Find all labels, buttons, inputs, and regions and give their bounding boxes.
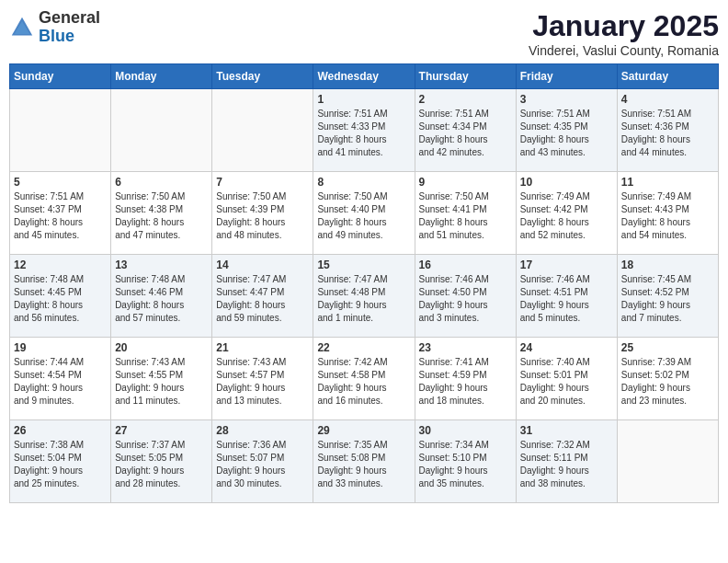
day-number: 16	[419, 259, 512, 271]
day-number: 12	[14, 259, 107, 271]
day-number: 2	[419, 93, 512, 106]
day-number: 7	[216, 176, 309, 189]
day-info: Sunrise: 7:37 AM Sunset: 5:05 PM Dayligh…	[115, 439, 208, 490]
calendar-week-row: 19Sunrise: 7:44 AM Sunset: 4:54 PM Dayli…	[10, 338, 719, 420]
day-number: 14	[216, 259, 309, 271]
day-number: 29	[317, 424, 410, 437]
calendar-week-row: 1Sunrise: 7:51 AM Sunset: 4:33 PM Daylig…	[10, 89, 719, 172]
logo-blue: Blue	[39, 27, 74, 45]
calendar-day-cell: 31Sunrise: 7:32 AM Sunset: 5:11 PM Dayli…	[516, 420, 617, 503]
day-info: Sunrise: 7:41 AM Sunset: 4:59 PM Dayligh…	[419, 356, 512, 408]
day-number: 30	[419, 424, 512, 437]
calendar-day-cell: 16Sunrise: 7:46 AM Sunset: 4:50 PM Dayli…	[415, 255, 516, 338]
day-number: 31	[520, 424, 613, 437]
day-number: 27	[115, 424, 208, 437]
logo-icon	[9, 15, 35, 40]
weekday-header-cell: Monday	[111, 64, 212, 89]
calendar-week-row: 26Sunrise: 7:38 AM Sunset: 5:04 PM Dayli…	[10, 420, 719, 503]
day-info: Sunrise: 7:46 AM Sunset: 4:51 PM Dayligh…	[520, 273, 613, 325]
day-number: 23	[419, 341, 512, 354]
calendar-day-cell: 29Sunrise: 7:35 AM Sunset: 5:08 PM Dayli…	[313, 420, 415, 503]
calendar-day-cell: 26Sunrise: 7:38 AM Sunset: 5:04 PM Dayli…	[10, 420, 111, 503]
day-number: 10	[520, 176, 613, 189]
day-number: 21	[216, 341, 309, 354]
weekday-header-cell: Sunday	[10, 64, 111, 89]
day-info: Sunrise: 7:51 AM Sunset: 4:34 PM Dayligh…	[419, 108, 512, 159]
day-number: 17	[520, 259, 613, 271]
calendar-day-cell: 6Sunrise: 7:50 AM Sunset: 4:38 PM Daylig…	[111, 172, 212, 255]
day-info: Sunrise: 7:47 AM Sunset: 4:48 PM Dayligh…	[317, 273, 410, 325]
calendar-day-cell: 22Sunrise: 7:42 AM Sunset: 4:58 PM Dayli…	[313, 338, 415, 420]
logo-general: General	[39, 8, 100, 27]
month-title: January 2025	[529, 9, 719, 43]
weekday-header-cell: Tuesday	[212, 64, 313, 89]
calendar-day-cell: 14Sunrise: 7:47 AM Sunset: 4:47 PM Dayli…	[212, 255, 313, 338]
logo-text: General Blue	[39, 9, 100, 46]
day-info: Sunrise: 7:50 AM Sunset: 4:39 PM Dayligh…	[216, 190, 309, 242]
calendar-day-cell: 17Sunrise: 7:46 AM Sunset: 4:51 PM Dayli…	[516, 255, 617, 338]
day-number: 8	[317, 176, 410, 189]
day-number: 19	[14, 341, 107, 354]
calendar-day-cell: 30Sunrise: 7:34 AM Sunset: 5:10 PM Dayli…	[415, 420, 516, 503]
calendar-week-row: 5Sunrise: 7:51 AM Sunset: 4:37 PM Daylig…	[10, 172, 719, 255]
day-info: Sunrise: 7:44 AM Sunset: 4:54 PM Dayligh…	[14, 356, 107, 408]
day-info: Sunrise: 7:50 AM Sunset: 4:40 PM Dayligh…	[317, 190, 410, 242]
day-number: 22	[317, 341, 410, 354]
day-info: Sunrise: 7:50 AM Sunset: 4:41 PM Dayligh…	[419, 190, 512, 242]
day-number: 20	[115, 341, 208, 354]
calendar-day-cell: 27Sunrise: 7:37 AM Sunset: 5:05 PM Dayli…	[111, 420, 212, 503]
day-info: Sunrise: 7:51 AM Sunset: 4:33 PM Dayligh…	[317, 108, 410, 159]
weekday-header-cell: Thursday	[415, 64, 516, 89]
day-number: 25	[621, 341, 714, 354]
calendar-day-cell	[111, 89, 212, 172]
calendar-day-cell: 19Sunrise: 7:44 AM Sunset: 4:54 PM Dayli…	[10, 338, 111, 420]
day-info: Sunrise: 7:32 AM Sunset: 5:11 PM Dayligh…	[520, 439, 613, 490]
day-info: Sunrise: 7:49 AM Sunset: 4:42 PM Dayligh…	[520, 190, 613, 242]
day-info: Sunrise: 7:51 AM Sunset: 4:37 PM Dayligh…	[14, 190, 107, 242]
day-number: 5	[14, 176, 107, 189]
weekday-header-row: SundayMondayTuesdayWednesdayThursdayFrid…	[10, 64, 719, 89]
calendar-day-cell: 11Sunrise: 7:49 AM Sunset: 4:43 PM Dayli…	[617, 172, 718, 255]
calendar-day-cell	[617, 420, 718, 503]
calendar-day-cell: 18Sunrise: 7:45 AM Sunset: 4:52 PM Dayli…	[617, 255, 718, 338]
logo: General Blue	[9, 9, 100, 46]
weekday-header-cell: Wednesday	[313, 64, 415, 89]
weekday-header-cell: Friday	[516, 64, 617, 89]
day-number: 11	[621, 176, 714, 189]
day-info: Sunrise: 7:51 AM Sunset: 4:36 PM Dayligh…	[621, 108, 714, 159]
day-info: Sunrise: 7:34 AM Sunset: 5:10 PM Dayligh…	[419, 439, 512, 490]
day-number: 28	[216, 424, 309, 437]
day-info: Sunrise: 7:39 AM Sunset: 5:02 PM Dayligh…	[621, 356, 714, 408]
weekday-header-cell: Saturday	[617, 64, 718, 89]
day-info: Sunrise: 7:48 AM Sunset: 4:45 PM Dayligh…	[14, 273, 107, 325]
day-info: Sunrise: 7:49 AM Sunset: 4:43 PM Dayligh…	[621, 190, 714, 242]
day-info: Sunrise: 7:50 AM Sunset: 4:38 PM Dayligh…	[115, 190, 208, 242]
day-info: Sunrise: 7:42 AM Sunset: 4:58 PM Dayligh…	[317, 356, 410, 408]
day-number: 3	[520, 93, 613, 106]
calendar-body: 1Sunrise: 7:51 AM Sunset: 4:33 PM Daylig…	[10, 89, 719, 503]
day-number: 15	[317, 259, 410, 271]
day-info: Sunrise: 7:51 AM Sunset: 4:35 PM Dayligh…	[520, 108, 613, 159]
day-info: Sunrise: 7:48 AM Sunset: 4:46 PM Dayligh…	[115, 273, 208, 325]
calendar-day-cell: 3Sunrise: 7:51 AM Sunset: 4:35 PM Daylig…	[516, 89, 617, 172]
calendar-day-cell: 15Sunrise: 7:47 AM Sunset: 4:48 PM Dayli…	[313, 255, 415, 338]
calendar-day-cell: 23Sunrise: 7:41 AM Sunset: 4:59 PM Dayli…	[415, 338, 516, 420]
day-info: Sunrise: 7:38 AM Sunset: 5:04 PM Dayligh…	[14, 439, 107, 490]
day-number: 24	[520, 341, 613, 354]
day-number: 6	[115, 176, 208, 189]
calendar-day-cell	[10, 89, 111, 172]
calendar-day-cell: 12Sunrise: 7:48 AM Sunset: 4:45 PM Dayli…	[10, 255, 111, 338]
title-block: January 2025 Vinderei, Vaslui County, Ro…	[529, 9, 719, 58]
day-number: 9	[419, 176, 512, 189]
calendar-day-cell: 7Sunrise: 7:50 AM Sunset: 4:39 PM Daylig…	[212, 172, 313, 255]
day-number: 18	[621, 259, 714, 271]
calendar-day-cell: 4Sunrise: 7:51 AM Sunset: 4:36 PM Daylig…	[617, 89, 718, 172]
calendar-day-cell: 21Sunrise: 7:43 AM Sunset: 4:57 PM Dayli…	[212, 338, 313, 420]
day-number: 4	[621, 93, 714, 106]
day-info: Sunrise: 7:47 AM Sunset: 4:47 PM Dayligh…	[216, 273, 309, 325]
calendar-day-cell: 13Sunrise: 7:48 AM Sunset: 4:46 PM Dayli…	[111, 255, 212, 338]
day-info: Sunrise: 7:40 AM Sunset: 5:01 PM Dayligh…	[520, 356, 613, 408]
day-info: Sunrise: 7:35 AM Sunset: 5:08 PM Dayligh…	[317, 439, 410, 490]
calendar-day-cell: 1Sunrise: 7:51 AM Sunset: 4:33 PM Daylig…	[313, 89, 415, 172]
location: Vinderei, Vaslui County, Romania	[529, 43, 719, 58]
